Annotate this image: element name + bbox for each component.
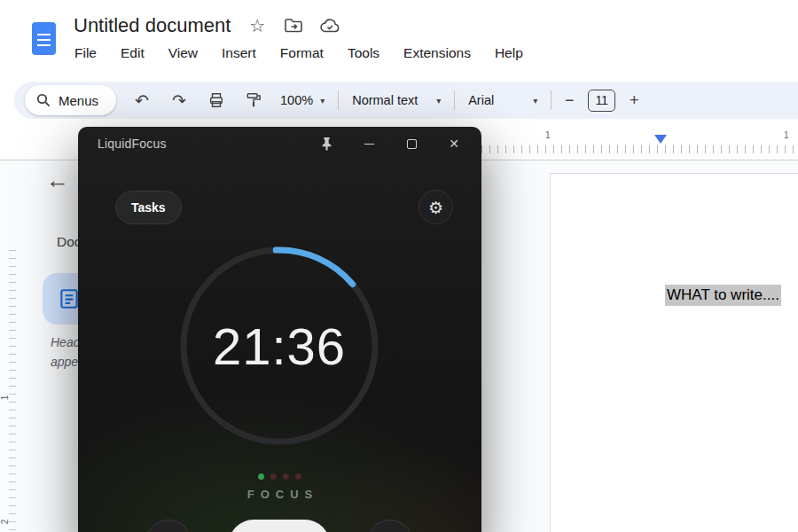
move-to-folder-icon[interactable] <box>284 16 303 35</box>
session-dot <box>258 473 264 480</box>
ruler-number: 1 <box>784 130 789 140</box>
chevron-down-icon: ▾ <box>320 96 325 106</box>
docs-logo-icon[interactable] <box>32 22 56 55</box>
toolbar: Menus ↶ ↷ 100% ▾ Normal text ▾ Arial ▾ <box>14 82 798 119</box>
sidebar-hint-text: appe <box>51 355 78 369</box>
session-dot <box>283 473 289 480</box>
font-size-increase-button[interactable]: + <box>622 88 646 113</box>
secondary-control-button[interactable] <box>145 520 192 532</box>
menu-file[interactable]: File <box>74 42 97 65</box>
chevron-down-icon: ▾ <box>533 96 537 106</box>
paint-roller-icon <box>246 92 262 108</box>
menu-help[interactable]: Help <box>495 42 523 65</box>
menu-bar: File Edit View Insert Format Tools Exten… <box>74 42 523 65</box>
close-button[interactable]: ✕ <box>445 135 463 153</box>
zoom-select[interactable]: 100% ▾ <box>272 87 332 113</box>
pin-icon[interactable] <box>317 135 335 153</box>
docs-logo-lines <box>37 34 51 46</box>
tasks-button[interactable]: Tasks <box>115 191 182 224</box>
menus-search[interactable]: Menus <box>25 85 116 115</box>
maximize-button[interactable] <box>403 135 420 153</box>
session-dots <box>78 473 481 480</box>
title-row: Untitled document ☆ <box>74 14 340 37</box>
screen: Untitled document ☆ File Edit View Inser… <box>0 0 798 532</box>
tertiary-control-button[interactable] <box>367 520 413 532</box>
docs-header: Untitled document ☆ File Edit View Inser… <box>0 0 798 82</box>
cloud-saved-icon <box>320 16 340 35</box>
undo-button[interactable]: ↶ <box>123 87 160 113</box>
paragraph-style-select[interactable]: Normal text ▾ <box>344 87 449 113</box>
session-dot <box>295 473 301 480</box>
menu-edit[interactable]: Edit <box>121 42 145 65</box>
print-button[interactable] <box>198 87 235 113</box>
liquidfocus-titlebar[interactable]: LiquidFocus ✕ <box>78 127 481 160</box>
mode-label: FOCUS <box>78 488 481 501</box>
menu-insert[interactable]: Insert <box>222 42 256 65</box>
liquidfocus-title: LiquidFocus <box>98 137 167 151</box>
font-family-value: Arial <box>468 93 494 107</box>
minimize-button[interactable] <box>360 135 378 153</box>
timer-display: 21:36 <box>173 239 386 452</box>
primary-action-button[interactable] <box>229 520 330 532</box>
menu-extensions[interactable]: Extensions <box>403 42 471 65</box>
chevron-down-icon: ▾ <box>436 96 441 106</box>
minimize-icon <box>364 144 374 145</box>
indent-marker-icon[interactable] <box>654 135 667 144</box>
star-icon[interactable]: ☆ <box>247 16 267 35</box>
vertical-ruler[interactable] <box>9 250 16 532</box>
pushpin-icon <box>321 137 332 151</box>
zoom-value: 100% <box>280 93 313 107</box>
document-page[interactable]: WHAT to write.... <box>550 173 798 532</box>
ruler-number: 2 <box>0 520 10 525</box>
toolbar-divider <box>551 90 552 110</box>
document-title[interactable]: Untitled document <box>74 14 231 37</box>
ruler-number: 1 <box>545 130 551 140</box>
paragraph-style-value: Normal text <box>352 93 418 107</box>
menu-format[interactable]: Format <box>280 42 324 65</box>
toolbar-divider <box>454 90 455 110</box>
session-dot <box>270 473 277 480</box>
ruler-number: 1 <box>0 395 10 401</box>
maximize-icon <box>407 139 417 149</box>
menu-view[interactable]: View <box>168 42 198 65</box>
menus-label: Menus <box>59 93 98 108</box>
redo-button[interactable]: ↷ <box>160 87 198 113</box>
liquidfocus-window: LiquidFocus ✕ Tasks ⚙ 21:36 FOCUS <box>78 127 481 532</box>
menu-tools[interactable]: Tools <box>348 42 379 65</box>
font-size-input[interactable]: 11 <box>588 90 615 112</box>
selected-text[interactable]: WHAT to write.... <box>665 285 781 306</box>
timer-ring: 21:36 <box>173 239 386 452</box>
font-family-select[interactable]: Arial ▾ <box>460 87 545 113</box>
back-arrow-icon[interactable]: ← <box>46 168 69 192</box>
search-icon <box>36 93 51 107</box>
printer-icon <box>208 92 224 108</box>
settings-button[interactable]: ⚙ <box>419 190 453 224</box>
sidebar-hint-text: Head <box>51 335 80 349</box>
toolbar-divider <box>338 90 339 110</box>
ruler-ticks <box>481 145 798 153</box>
font-size-decrease-button[interactable]: − <box>557 88 582 113</box>
paint-format-button[interactable] <box>235 87 272 113</box>
